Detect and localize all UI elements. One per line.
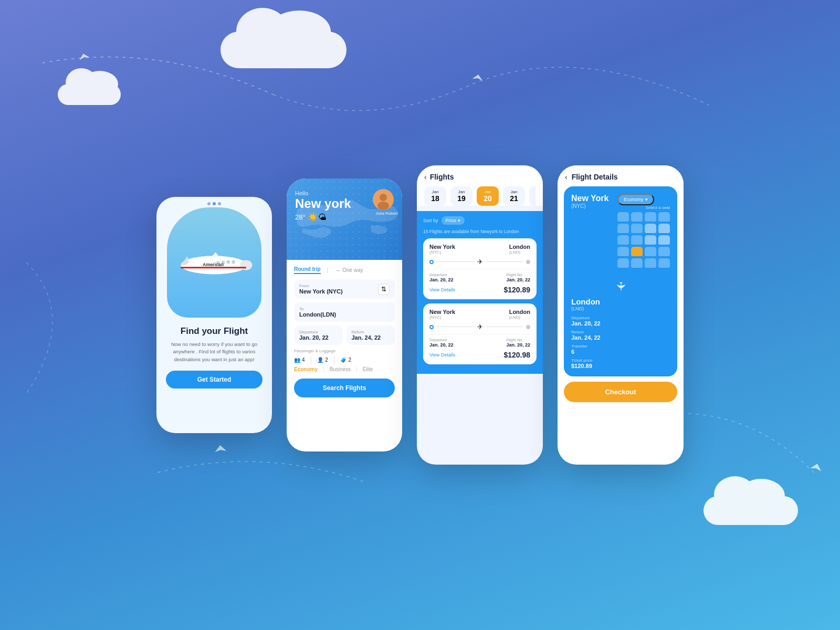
back-button-details[interactable]: ‹: [565, 173, 568, 181]
view-details-link-1[interactable]: View Details: [429, 287, 455, 292]
seat-1-4[interactable]: [658, 212, 670, 222]
to-input-group[interactable]: To London(LDN): [294, 302, 395, 322]
from-input-group[interactable]: From New York (NYC) ⇅: [294, 279, 395, 299]
seat-2-4[interactable]: [658, 224, 670, 233]
tab-one-way[interactable]: → One way: [334, 267, 363, 274]
passengers-row: Passenger & Luggage 👥 4 | 👤 2 | 🧳 2: [294, 349, 395, 364]
route-line-3: [437, 327, 474, 327]
origin-city: New York: [571, 194, 608, 203]
class-economy[interactable]: Economy: [294, 366, 318, 372]
svg-marker-0: [78, 52, 90, 60]
flight-details-title: Flight Details: [572, 173, 618, 181]
departure-info-2: Departure Jan. 20, 22: [429, 338, 454, 348]
origin-dot: [429, 260, 434, 264]
search-flights-button[interactable]: Search Flights: [294, 379, 395, 397]
seat-1-2[interactable]: [631, 212, 643, 222]
map-header: Hello New york 28° ☀️🌤 Julia Robert: [287, 178, 402, 260]
origin-dot-2: [429, 325, 434, 329]
seat-4-1[interactable]: [617, 247, 629, 256]
sort-label: Sort by: [423, 218, 438, 223]
flight-price-1: $120.89: [503, 286, 530, 294]
sort-by-price-button[interactable]: Price ▾: [442, 216, 465, 225]
seat-5-2[interactable]: [631, 258, 643, 268]
svg-point-12: [232, 260, 235, 264]
bag-icon: 🧳: [340, 357, 346, 363]
to-city-2: London (LND): [509, 309, 530, 320]
flights-title: Flights: [430, 173, 454, 181]
from-city-2: New York (NYC): [429, 309, 455, 320]
onboarding-content: Find your Flight Now no need to worry if…: [156, 318, 272, 395]
flights-list-body: Sort by Price ▾ 15 Flights are available…: [417, 211, 543, 374]
back-button[interactable]: ‹: [424, 173, 427, 181]
seat-2-3[interactable]: [645, 224, 656, 233]
plane-icon-2: ✈: [477, 323, 483, 331]
temperature: 28°: [295, 213, 306, 221]
return-detail: Return Jan. 24, 22: [571, 330, 601, 341]
flight-route-2: ✈: [429, 323, 530, 331]
cloud-decoration-2: [58, 84, 121, 105]
flight-card-2-header: New York (NYC) London (LND): [429, 309, 530, 320]
adult-count: 2: [325, 357, 328, 363]
flight-card-1-footer: View Details $120.89: [429, 286, 530, 294]
chevron-down-icon: ▾: [458, 218, 460, 223]
from-city-1: New York (NYC): [429, 244, 455, 255]
seat-5-3[interactable]: [645, 258, 656, 268]
get-started-button[interactable]: Get Started: [166, 371, 262, 388]
svg-marker-1: [472, 74, 483, 80]
seat-3-1[interactable]: [617, 235, 629, 245]
trip-type-tabs: Round trip | → One way: [294, 266, 395, 274]
to-label: To: [299, 307, 390, 311]
seat-2-1[interactable]: [617, 224, 629, 233]
class-business[interactable]: Business: [330, 366, 351, 372]
return-input[interactable]: Return Jan. 24, 22: [346, 326, 395, 345]
traveller-detail-row: Traveller 6: [571, 344, 670, 355]
hero-airplane-image: American: [167, 207, 261, 318]
seat-4-3[interactable]: [645, 247, 656, 256]
checkout-button[interactable]: Checkout: [564, 382, 677, 402]
flight-no-info: Flight No. Jan. 20, 22: [506, 272, 530, 282]
cloud-decoration-3: [704, 496, 798, 525]
view-details-link-2[interactable]: View Details: [429, 352, 455, 358]
seat-5-1[interactable]: [617, 258, 629, 268]
svg-point-17: [377, 202, 389, 210]
phone-2-search: Hello New york 28° ☀️🌤 Julia Robert Roun…: [287, 178, 402, 452]
class-elite[interactable]: Elite: [363, 366, 373, 372]
group-passengers: 👥 4: [294, 357, 305, 363]
price-detail: Ticket price $120.89: [571, 358, 593, 369]
date-chip-4[interactable]: Jan 22: [529, 186, 536, 206]
seat-4-2-selected[interactable]: [631, 247, 643, 256]
seat-3-2[interactable]: [631, 235, 643, 245]
date-chip-0[interactable]: Jan 18: [424, 186, 446, 206]
seat-1-1[interactable]: [617, 212, 629, 222]
traveller-detail: Traveller 6: [571, 344, 587, 355]
flight-price-2: $120.98: [503, 351, 530, 359]
seat-5-4[interactable]: [658, 258, 670, 268]
flight-info-2: Departure Jan. 20, 22 Flight No. Jan. 20…: [429, 334, 530, 348]
tab-round-trip[interactable]: Round trip: [294, 266, 321, 274]
departure-input[interactable]: Departure Jan. 20, 22: [294, 326, 343, 345]
origin-block: New York (NYC): [571, 194, 608, 209]
flight-card-1: New York (NYC) London (LND) ✈: [423, 238, 537, 299]
seat-1-3[interactable]: [645, 212, 656, 222]
onboarding-title: Find your Flight: [166, 326, 262, 337]
date-scroll-row: Jan 18 Jan 19 Jan 20 Jan 21 Jan 22: [424, 186, 536, 206]
search-form: Round trip | → One way From New York (NY…: [287, 260, 402, 404]
seat-3-3[interactable]: [645, 235, 656, 245]
swap-cities-button[interactable]: ⇅: [378, 284, 390, 295]
date-chip-1[interactable]: Jan 19: [450, 186, 472, 206]
departure-info: Departure Jan. 20, 22: [429, 272, 454, 282]
flight-info-1: Departure Jan. 20, 22 Flight No. Jan. 20…: [429, 269, 530, 282]
seat-4-4[interactable]: [658, 247, 670, 256]
date-chip-3[interactable]: Jan 21: [503, 186, 525, 206]
seat-2-2[interactable]: [631, 224, 643, 233]
flight-card-1-header: New York (NYC) London (LND): [429, 244, 530, 255]
seat-3-4[interactable]: [658, 235, 670, 245]
seats-grid: [617, 212, 670, 268]
svg-marker-3: [810, 462, 823, 471]
group-count: 4: [302, 357, 305, 363]
details-header: ‹ Flight Details: [558, 165, 684, 186]
class-dropdown[interactable]: Economy ▾: [617, 194, 654, 205]
date-chip-2-selected[interactable]: Jan 20: [477, 186, 499, 206]
departure-detail-row: Departure Jan. 20, 22: [571, 316, 670, 327]
user-avatar[interactable]: [373, 189, 394, 210]
